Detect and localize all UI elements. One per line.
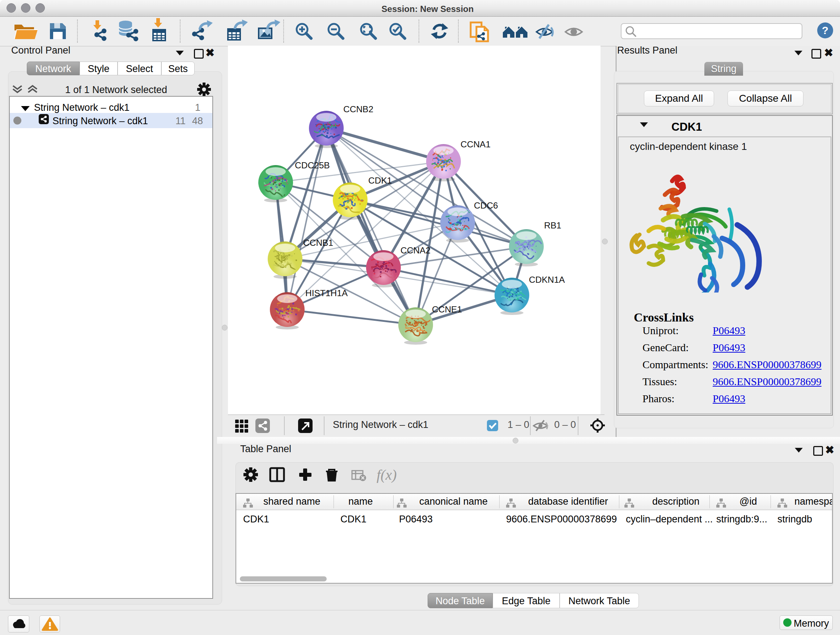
svg-text:?: ? (822, 24, 829, 36)
svg-text:CCNA2: CCNA2 (401, 245, 431, 255)
svg-text:CCNE1: CCNE1 (432, 304, 462, 314)
svg-text:CCNB1: CCNB1 (303, 238, 333, 248)
svg-text:CDC25B: CDC25B (295, 160, 330, 170)
svg-text:RB1: RB1 (544, 220, 561, 230)
svg-text:CDKN1A: CDKN1A (529, 275, 565, 285)
svg-text:CCNA1: CCNA1 (461, 139, 491, 149)
svg-text:HIST1H1A: HIST1H1A (305, 288, 348, 298)
svg-text:CDC6: CDC6 (474, 201, 498, 211)
svg-text:CDK1: CDK1 (368, 176, 392, 185)
svg-text:f(x): f(x) (377, 467, 397, 483)
svg-text:CCNB2: CCNB2 (343, 104, 373, 114)
